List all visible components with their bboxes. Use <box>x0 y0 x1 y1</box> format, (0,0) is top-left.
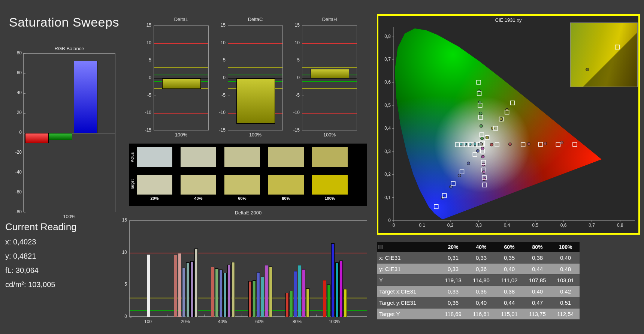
limit-line--3 <box>302 88 357 89</box>
swatch-col-label: 80% <box>268 196 304 201</box>
y-tick-label: -20 <box>7 150 22 155</box>
table-cell: 0,47 <box>523 297 551 308</box>
delta-bar <box>311 69 349 78</box>
y-tick-mark <box>24 213 25 213</box>
y-tick-label: 10 <box>118 250 127 255</box>
cie-measured-dot-yellow <box>491 127 494 130</box>
table-cell: 0,42 <box>551 286 580 297</box>
table-cell: 0,33 <box>439 286 467 297</box>
rgb-balance-title: RGB Balance <box>23 46 115 51</box>
y-tick-label: -5 <box>215 93 226 98</box>
x-label: 100% <box>228 132 283 138</box>
deltae-bar <box>261 277 264 317</box>
deltae-bar <box>211 267 214 317</box>
deltae-title: DeltaE 2000 <box>129 210 367 216</box>
cie-x-tick-label: 0,8 <box>617 223 623 228</box>
deltae-bar <box>306 288 309 317</box>
swatch-panel[interactable]: ActualTarget20%40%60%80%100% <box>129 144 367 206</box>
table-row-label: Y <box>377 275 439 286</box>
cie-y-tick-label: 0,5 <box>384 103 391 108</box>
y-tick-label: 15 <box>215 22 226 28</box>
y-tick-label: 0 <box>118 314 127 319</box>
deltae-bar <box>269 267 272 317</box>
y-tick-label: 15 <box>118 217 127 223</box>
y-tick-mark <box>24 113 25 114</box>
deltae-bar <box>147 254 150 317</box>
table-col-header: 20% <box>439 242 467 252</box>
table-row-label: x: CIE31 <box>377 252 439 263</box>
cie-y-tick-label: 0,6 <box>384 79 391 85</box>
y-tick-label: 5 <box>289 57 300 63</box>
swatch-target-40% <box>181 175 216 195</box>
delta-chart-deltal[interactable]: DeltaL151050-5-10-15100% <box>141 16 212 140</box>
limit-line-1 <box>228 75 282 75</box>
table-cell: 0,40 <box>523 286 551 297</box>
y-tick-mark <box>24 153 25 153</box>
rgb-balance-chart[interactable]: RGB Balance 100% 806040200-20-40-60-80 <box>7 44 124 224</box>
swatch-col-label: 100% <box>312 196 348 201</box>
swatch-actual-60% <box>224 147 260 167</box>
delta-plot <box>228 25 283 130</box>
deltae-bar <box>265 265 268 317</box>
cie-x-tick-label: 0,6 <box>560 223 567 228</box>
y-tick-label: -15 <box>215 127 226 133</box>
x-tick-label: 80% <box>280 319 314 324</box>
cie-x-tick-label: 0,4 <box>504 223 510 228</box>
table-corner-icon <box>378 245 383 249</box>
y-tick-label: -5 <box>141 93 151 98</box>
current-reading-cdm2: cd/m²: 103,005 <box>5 280 55 289</box>
y-tick-label: 15 <box>289 22 300 28</box>
swatch-col-label: 40% <box>181 196 216 201</box>
table-cell: 0,48 <box>551 264 580 274</box>
inset-target-square <box>615 45 620 49</box>
table-cell: 111,02 <box>495 275 523 286</box>
deltae-bar <box>294 271 297 317</box>
cie-y-tick-label: 0,7 <box>384 57 391 62</box>
cie-measured-dot-red <box>508 143 511 146</box>
swatch-row-label-target: Target <box>129 175 136 195</box>
table-row-label: Target x:CIE31 <box>377 286 439 297</box>
inset-measured-dot <box>586 68 589 71</box>
limit-line-10 <box>154 43 208 44</box>
cie-measured-dot-magenta <box>481 147 484 150</box>
cie-y-tick-label: 0,8 <box>384 34 391 39</box>
cie-measured-dot-blue <box>458 174 461 177</box>
deltae-bar <box>190 261 194 317</box>
delta-chart-deltac[interactable]: DeltaC151050-5-10-15100% <box>215 16 286 140</box>
deltae-bar <box>194 249 198 317</box>
deltae-bar <box>186 262 190 317</box>
y-tick-label: 40 <box>7 90 22 95</box>
cie-x-tick-label: 0,3 <box>475 223 482 228</box>
table-cell: 115,01 <box>495 309 523 319</box>
limit-line-3 <box>302 67 357 68</box>
delta-chart-deltah[interactable]: DeltaH151050-5-10-15100% <box>289 16 360 140</box>
delta-bar <box>236 78 275 124</box>
page-title: Saturation Sweeps <box>9 15 119 30</box>
deltae-bar <box>298 265 301 317</box>
rgb-balance-plot <box>23 53 115 212</box>
table-cell: 112,54 <box>551 309 580 319</box>
deltae-2000-chart[interactable]: DeltaE 2000 15105010020%40%60%80%100% <box>118 210 377 326</box>
deltae-plot <box>129 220 367 317</box>
cie-measured-dot-yellow <box>486 136 489 139</box>
table-cell: 0,36 <box>467 264 495 274</box>
deltae-bar <box>248 281 252 317</box>
y-tick-mark <box>228 96 230 96</box>
rgb-bar-blue <box>74 61 97 133</box>
table-cell: 0,51 <box>551 297 580 308</box>
y-tick-mark <box>24 93 25 94</box>
table-cell: 119,13 <box>439 275 467 286</box>
cie-measured-dot-green <box>480 124 483 127</box>
limit-line--10 <box>302 113 357 114</box>
y-tick-mark <box>130 285 131 285</box>
y-tick-mark <box>24 73 25 74</box>
y-tick-label: 10 <box>289 40 300 45</box>
y-tick-label: -40 <box>7 169 22 175</box>
limit-line--1 <box>302 81 357 82</box>
deltae-bar <box>285 293 289 317</box>
cie-1931-panel[interactable]: CIE 1931 xy 00,10,20,30,40,50,60,70,800,… <box>377 14 640 235</box>
y-tick-mark <box>130 317 131 318</box>
y-tick-mark <box>130 221 131 221</box>
measurement-table: 20%40%60%80%100%x: CIE310,310,330,350,38… <box>377 242 580 319</box>
y-tick-mark <box>154 131 156 131</box>
